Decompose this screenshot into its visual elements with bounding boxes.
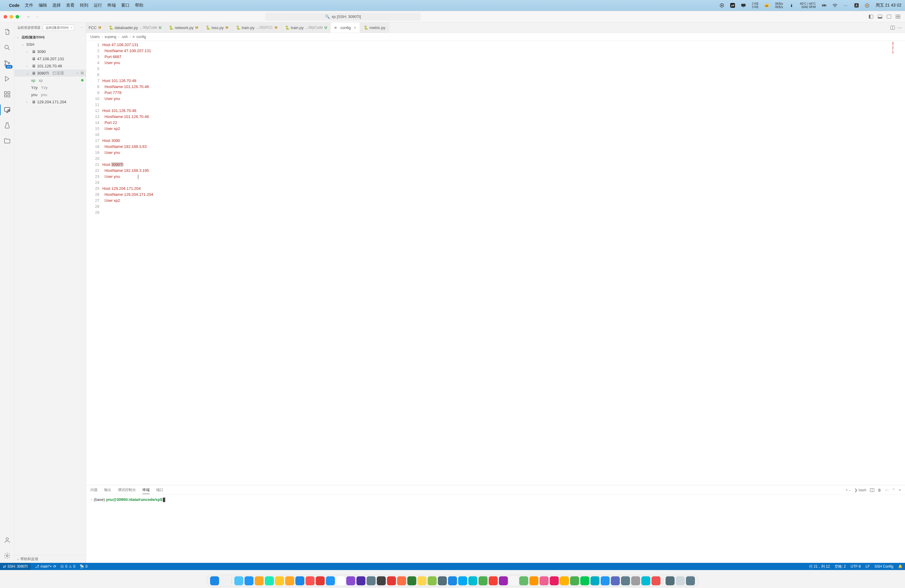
- testing-icon[interactable]: [0, 118, 14, 133]
- menu-item[interactable]: 选择: [52, 3, 61, 8]
- remote-explorer-icon[interactable]: [0, 103, 14, 117]
- trash-icon[interactable]: 🗑: [878, 488, 881, 492]
- dock-app[interactable]: [550, 576, 559, 585]
- tab-metric[interactable]: 🐍metric.py: [360, 22, 389, 33]
- settings-gear-icon[interactable]: [0, 548, 14, 563]
- problems-status[interactable]: ⓧ0⚠0: [60, 564, 75, 569]
- sidebar-footer[interactable]: ›帮助和反馈: [14, 555, 86, 563]
- layout-panel-icon[interactable]: [876, 13, 883, 21]
- panel-tab-problems[interactable]: 问题: [90, 486, 98, 494]
- wifi-icon[interactable]: [833, 3, 837, 8]
- search-icon[interactable]: [0, 40, 14, 55]
- more-panel-icon[interactable]: ⋯: [885, 488, 889, 492]
- folder-item[interactable]: ynu ynu: [14, 91, 86, 98]
- close-window-button[interactable]: [3, 15, 7, 19]
- dock-app[interactable]: [210, 576, 219, 585]
- zoom-window-button[interactable]: [16, 15, 19, 19]
- more-icon[interactable]: ⋯: [79, 26, 83, 30]
- dock-app[interactable]: [540, 576, 549, 585]
- dock-app[interactable]: [601, 576, 610, 585]
- dock-app[interactable]: [377, 576, 386, 585]
- dock-app[interactable]: [478, 576, 487, 585]
- menu-item[interactable]: 查看: [66, 3, 75, 8]
- folder-icon[interactable]: [0, 134, 14, 148]
- menu-item[interactable]: 编辑: [39, 3, 47, 8]
- dock-app[interactable]: [220, 576, 229, 585]
- yd-icon[interactable]: yd: [730, 3, 735, 8]
- dock-app[interactable]: [631, 576, 640, 585]
- encoding[interactable]: UTF-8: [851, 564, 861, 569]
- dock-app[interactable]: [336, 576, 345, 585]
- more-icon[interactable]: ···: [843, 3, 848, 8]
- folder-item[interactable]: Yzy Yzy: [14, 84, 86, 91]
- close-panel-icon[interactable]: ×: [899, 488, 901, 492]
- layout-sidebar-left-icon[interactable]: [867, 13, 875, 21]
- layout-sidebar-right-icon[interactable]: [885, 13, 892, 21]
- tab-network[interactable]: 🐍network.py M: [165, 22, 202, 33]
- layout-customize-icon[interactable]: [894, 13, 902, 21]
- new-terminal-icon[interactable]: ＋⌄: [845, 488, 851, 493]
- dock-app[interactable]: [665, 576, 675, 585]
- dock-app[interactable]: [438, 576, 447, 585]
- dock-app[interactable]: [275, 576, 284, 585]
- host-item[interactable]: ›🖥129.204.171.204: [14, 98, 86, 105]
- indentation[interactable]: 空格: 2: [835, 564, 846, 569]
- terminal-profile[interactable]: ❯bash: [854, 488, 866, 492]
- editor[interactable]: 1234567891011121314151617181920212223242…: [86, 41, 905, 485]
- more-tabs-icon[interactable]: ⋯: [897, 25, 902, 30]
- nav-back-button[interactable]: ←: [25, 13, 32, 21]
- remote-type-dropdown[interactable]: 远程(隧道/SSH): [43, 25, 74, 31]
- explorer-icon[interactable]: [0, 25, 14, 39]
- dock-app[interactable]: [316, 576, 325, 585]
- thermometer-icon[interactable]: 🌡: [789, 3, 794, 8]
- host-item[interactable]: ›🖥101.126.70.48: [14, 62, 86, 70]
- dock-app[interactable]: [621, 576, 630, 585]
- tab-loss[interactable]: 🐍loss.py M: [202, 22, 232, 33]
- panel-tab-output[interactable]: 输出: [104, 486, 111, 494]
- folder-item[interactable]: xp xp: [14, 77, 86, 84]
- panel-tab-debugconsole[interactable]: 调试控制台: [118, 486, 136, 494]
- dock-app[interactable]: [448, 576, 457, 585]
- extensions-icon[interactable]: [0, 87, 14, 102]
- dock-app[interactable]: [326, 576, 335, 585]
- notifications-icon[interactable]: 🔔: [898, 564, 903, 569]
- input-icon[interactable]: A: [854, 3, 859, 8]
- minimize-window-button[interactable]: [10, 15, 13, 19]
- menu-item[interactable]: 窗口: [121, 3, 130, 8]
- dock-app[interactable]: [387, 576, 396, 585]
- battery-icon[interactable]: [822, 3, 827, 8]
- ports-status[interactable]: 📡0: [79, 564, 88, 569]
- language-mode[interactable]: SSH Config: [875, 564, 893, 569]
- record-icon[interactable]: [719, 3, 724, 8]
- host-item[interactable]: 🖥47.108.207.131: [14, 55, 86, 62]
- new-window-icon[interactable]: ⧉: [81, 71, 84, 75]
- panel-tab-ports[interactable]: 端口: [156, 486, 164, 494]
- dock-app[interactable]: [295, 576, 304, 585]
- dock-app[interactable]: [651, 576, 660, 585]
- dock-app[interactable]: [560, 576, 569, 585]
- dock-app[interactable]: [529, 576, 538, 585]
- cat-icon[interactable]: 🐱: [764, 3, 769, 8]
- tab-train-sgfcc[interactable]: 🐍train.py .../SGFCC M: [232, 22, 281, 33]
- dock-app[interactable]: [397, 576, 406, 585]
- dock-app[interactable]: [356, 576, 365, 585]
- command-center[interactable]: 🔍 xp [SSH: 3090Ti]: [265, 13, 421, 21]
- tree-group-ssh[interactable]: ⌄SSH: [14, 41, 86, 48]
- dock-app[interactable]: [509, 576, 518, 585]
- dock-app[interactable]: [468, 576, 477, 585]
- remote-indicator[interactable]: ⇄SSH: 3090Ti: [0, 563, 31, 570]
- dock-app[interactable]: [265, 576, 274, 585]
- dock-app[interactable]: [458, 576, 467, 585]
- host-item[interactable]: ›🖥3090: [14, 48, 86, 55]
- tab-config[interactable]: ≡config×: [331, 22, 360, 33]
- menu-item[interactable]: 文件: [25, 3, 33, 8]
- menu-item[interactable]: 帮助: [135, 3, 143, 8]
- dock-app[interactable]: [367, 576, 376, 585]
- nav-forward-button[interactable]: →: [33, 13, 41, 21]
- dock-app[interactable]: [499, 576, 508, 585]
- clock[interactable]: 周五 21 43 02: [876, 3, 902, 8]
- tree-section[interactable]: ⌄远程(隧道/SSH): [14, 33, 86, 41]
- run-debug-icon[interactable]: [0, 72, 14, 86]
- tab-train-mycode[interactable]: 🐍train.py .../MyCode U: [281, 22, 331, 33]
- tab-dataloader[interactable]: 🐍dataloader.py .../MyCode U: [105, 22, 165, 33]
